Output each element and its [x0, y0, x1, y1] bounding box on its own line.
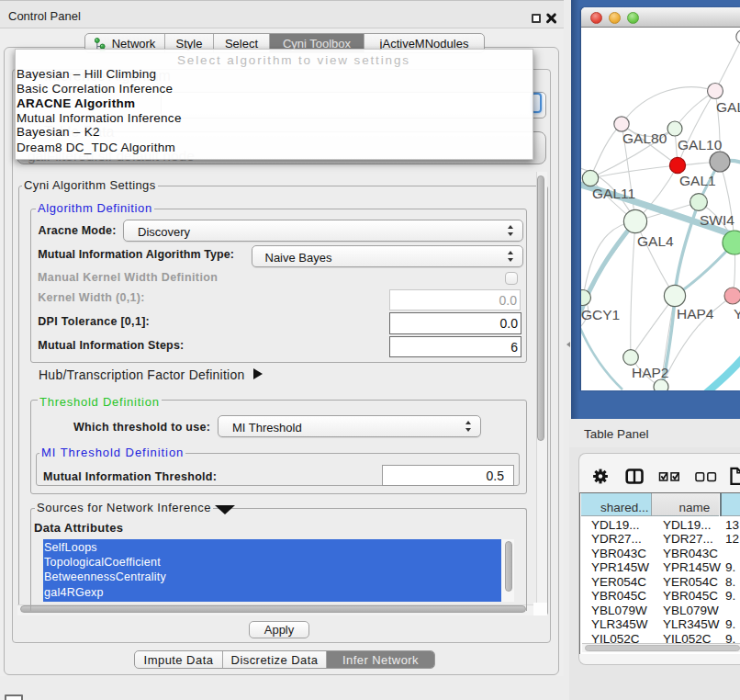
- svg-text:SWI4: SWI4: [700, 212, 734, 228]
- svg-text:GAL1: GAL1: [679, 173, 716, 188]
- svg-text:GAL11: GAL11: [592, 186, 635, 201]
- svg-text:YE: YE: [734, 306, 740, 322]
- svg-text:GAL7: GAL7: [716, 99, 740, 115]
- svg-text:GAL80: GAL80: [622, 130, 667, 146]
- svg-text:GCY1: GCY1: [581, 307, 620, 322]
- svg-text:HAP2: HAP2: [632, 365, 669, 380]
- svg-text:HAP4: HAP4: [677, 306, 714, 322]
- svg-text:GAL4: GAL4: [637, 233, 674, 249]
- svg-text:GAL10: GAL10: [678, 137, 723, 152]
